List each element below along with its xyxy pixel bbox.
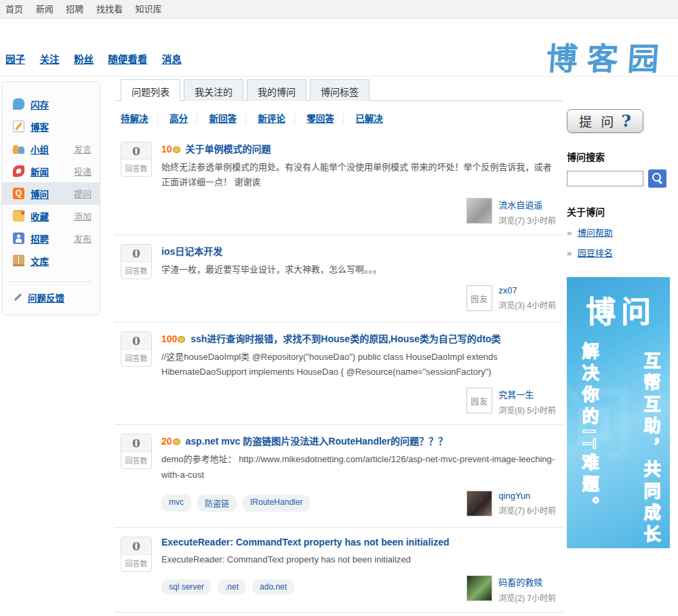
q-icon: Q <box>13 188 24 199</box>
question-item: 0 回答数 20 asp.net mvc 防盗链图片没法进入RouteHandl… <box>115 425 563 527</box>
sidebar-action-post[interactable]: 发言 <box>74 142 92 155</box>
avatar[interactable]: 园友 <box>466 388 492 413</box>
sidebar-item-label[interactable]: 博客 <box>31 120 49 134</box>
question-item: 0 回答数 100 ssh进行查询时报错，求找不到House类的原因,House… <box>115 323 563 425</box>
chevron-bullet-icon: » <box>567 248 572 258</box>
tag-pill[interactable]: sql server <box>161 579 212 594</box>
chevron-bullet-icon: » <box>567 228 572 238</box>
question-title-link[interactable]: ios日记本开发 <box>161 246 222 257</box>
header-nav: 园子 关注 粉丝 随便看看 消息 <box>5 52 193 66</box>
sidebar-item-flash[interactable]: 闪存 <box>2 93 100 115</box>
tag-pill[interactable]: mvc <box>161 495 191 512</box>
question-footer: 园友 zx07 浏览(3) 4小时前 <box>161 285 563 314</box>
notepad-icon <box>13 121 24 132</box>
views-and-time: 浏览(3) 4小时前 <box>498 299 556 310</box>
question-title-link[interactable]: ssh进行查询时报错，求找不到House类的原因,House类为自己写的dto类 <box>191 333 500 344</box>
avatar[interactable]: 园友 <box>466 285 492 311</box>
top-nav-jobs[interactable]: 招聘 <box>66 4 83 14</box>
question-meta: 园友 zx07 浏览(3) 4小时前 <box>466 285 563 311</box>
search-button[interactable] <box>648 169 666 188</box>
header-nav-following[interactable]: 关注 <box>39 54 59 65</box>
question-excerpt: 始终无法参透单例模式的用处。有没有人能举个没使用单例模式 带来的坏处！举个反例告… <box>161 160 563 190</box>
question-meta: 流水自逍遥 浏览(7) 3小时前 <box>466 198 563 226</box>
help-link[interactable]: 博问帮助 <box>578 228 613 238</box>
author-link[interactable]: 流水自逍遥 <box>498 198 556 211</box>
main-column: 问题列表 我关注的 我的博问 博问标签 待解决 高分 新回答 新评论 零回答 已… <box>115 79 563 616</box>
tab-my-follows[interactable]: 我关注的 <box>184 79 243 101</box>
about-link-row: » 博问帮助 <box>567 226 671 239</box>
about-section-title: 关于博问 <box>567 205 671 218</box>
header-nav-messages[interactable]: 消息 <box>162 54 182 65</box>
sidebar-item-favorites[interactable]: 收藏 添加 <box>2 205 100 227</box>
sidebar-action-publish[interactable]: 发布 <box>74 232 92 245</box>
question-title-link[interactable]: ExecuteReader: CommandText property has … <box>161 537 450 548</box>
feedback-link[interactable]: 问题反馈 <box>28 291 64 304</box>
tab-my-questions[interactable]: 我的博问 <box>247 79 306 101</box>
sidebar-item-label[interactable]: 新闻 <box>31 165 49 178</box>
folder-heart-icon <box>13 210 24 222</box>
tag-pill[interactable]: IRouteHandler <box>243 495 310 512</box>
filter-bar: 待解决 高分 新回答 新评论 零回答 已解决 <box>115 101 563 133</box>
sidebar-item-label[interactable]: 博问 <box>31 187 49 201</box>
filter-zero-answers[interactable]: 零回答 <box>306 114 344 124</box>
avatar[interactable] <box>466 575 492 601</box>
header-nav-garden[interactable]: 园子 <box>5 54 25 65</box>
bounty-amount: 20 <box>161 436 172 447</box>
pencil-icon <box>13 293 22 302</box>
banner-slogan-left: 解决你的IT难题。 <box>580 342 597 547</box>
author-link[interactable]: zx07 <box>498 285 556 295</box>
sidebar-item-library[interactable]: 文库 <box>2 249 100 272</box>
search-input[interactable] <box>567 171 643 186</box>
top-nav-home[interactable]: 首页 <box>5 4 23 14</box>
sidebar-item-label[interactable]: 收藏 <box>31 209 49 223</box>
cnblogs-logo[interactable]: 博客园 <box>545 34 671 79</box>
filter-unsolved[interactable]: 待解决 <box>121 114 158 124</box>
filter-new-comments[interactable]: 新评论 <box>258 114 295 124</box>
bowen-promo-banner[interactable]: 问 问 博问 解决你的IT难题。 互帮互助，共同成长 <box>567 277 670 548</box>
search-section-title: 博问搜索 <box>567 150 671 163</box>
header-nav-followers[interactable]: 粉丝 <box>74 54 94 65</box>
sidebar-item-jobs[interactable]: 招聘 发布 <box>2 227 100 249</box>
tag-pill[interactable]: ado.net <box>252 579 294 594</box>
question-meta: 园友 究其一生 浏览(8) 5小时前 <box>466 388 563 415</box>
question-title-link[interactable]: asp.net mvc 防盗链图片没法进入RouteHandler的问题？？？ <box>185 436 447 447</box>
question-excerpt: demo的参考地址： http://www.mikesdotnetting.co… <box>161 452 563 482</box>
header-nav-browse[interactable]: 随便看看 <box>108 54 147 65</box>
filter-new-answers[interactable]: 新回答 <box>209 114 246 124</box>
filter-high-score[interactable]: 高分 <box>170 114 197 124</box>
people-icon <box>13 143 24 155</box>
question-title-link[interactable]: 关于单例模式的问题 <box>185 144 271 155</box>
sidebar-item-group[interactable]: 小组 发言 <box>2 138 100 160</box>
tag-pill[interactable]: .net <box>218 579 246 594</box>
tag-list: sql server .net ado.net <box>161 579 294 594</box>
author-link[interactable]: 究其一生 <box>498 388 556 401</box>
sidebar-item-label[interactable]: 闪存 <box>31 98 49 111</box>
ranking-link[interactable]: 园豆排名 <box>578 248 613 258</box>
answer-count-box: 0 回答数 <box>121 142 152 177</box>
right-column: 提 问 ? 博问搜索 关于博问 » 博问帮助 » 园豆排名 问 问 博问 <box>567 109 671 548</box>
top-nav-search[interactable]: 找找看 <box>96 4 123 14</box>
ask-question-button[interactable]: 提 问 ? <box>567 109 643 133</box>
top-nav-kb[interactable]: 知识库 <box>136 4 162 14</box>
author-link[interactable]: 码畜的救赎 <box>498 575 556 588</box>
sidebar-item-bowen[interactable]: Q 博问 提问 <box>2 182 100 205</box>
sidebar-action-submit[interactable]: 投递 <box>74 165 92 178</box>
sidebar-item-news[interactable]: 新闻 投递 <box>2 160 100 182</box>
sidebar-action-ask[interactable]: 提问 <box>74 187 92 200</box>
tag-pill[interactable]: 防盗链 <box>197 495 237 512</box>
sidebar-item-label[interactable]: 小组 <box>31 142 49 156</box>
page: 首页 新闻 招聘 找找看 知识库 园子 关注 粉丝 随便看看 消息 博客园 闪存… <box>0 0 678 616</box>
sidebar-item-label[interactable]: 招聘 <box>31 232 49 245</box>
sidebar-action-add[interactable]: 添加 <box>74 209 92 222</box>
avatar[interactable] <box>466 198 492 224</box>
sidebar-item-blog[interactable]: 博客 <box>2 115 100 138</box>
sidebar-item-feedback[interactable]: 问题反馈 <box>2 289 100 306</box>
top-nav-news[interactable]: 新闻 <box>36 4 54 14</box>
tab-question-list[interactable]: 问题列表 <box>121 79 180 101</box>
author-link[interactable]: qingYun <box>498 491 556 501</box>
avatar[interactable] <box>466 491 492 516</box>
sidebar-item-label[interactable]: 文库 <box>31 254 49 268</box>
filter-solved[interactable]: 已解决 <box>355 114 392 124</box>
tab-question-tags[interactable]: 博问标签 <box>310 79 370 101</box>
question-footer: 流水自逍遥 浏览(7) 3小时前 <box>161 198 563 226</box>
